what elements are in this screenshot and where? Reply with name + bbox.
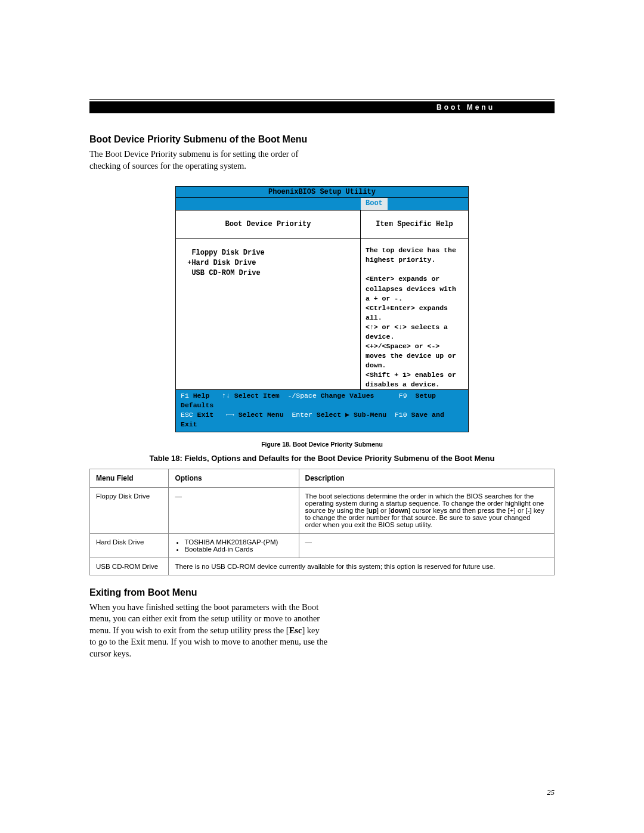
cell-options: — xyxy=(169,487,299,533)
bios-device-list: Floppy Disk Drive +Hard Disk Drive USB C… xyxy=(176,239,360,389)
th-options: Options xyxy=(169,469,299,487)
cell-description: — xyxy=(299,533,554,558)
bios-tabbar: Boot xyxy=(176,198,468,210)
table-row: USB CD-ROM DriveThere is no USB CD-ROM d… xyxy=(90,558,555,575)
header-bar-label: Boot Menu xyxy=(436,103,495,112)
bios-title: PhoenixBIOS Setup Utility xyxy=(176,187,468,198)
section-paragraph: The Boot Device Priority submenu is for … xyxy=(89,148,328,172)
table-row: Floppy Disk Drive—The boot selections de… xyxy=(90,487,555,533)
figure-caption: Figure 18. Boot Device Priority Submenu xyxy=(89,441,555,448)
cell-field: USB CD-ROM Drive xyxy=(90,558,169,575)
bios-footer-row1: F1 Help ↑↓ Select Item -/Space Change Va… xyxy=(181,391,465,410)
header-divider xyxy=(89,99,555,100)
th-desc: Description xyxy=(299,469,554,487)
options-table: Menu Field Options Description Floppy Di… xyxy=(89,469,555,575)
bios-screenshot: PhoenixBIOS Setup Utility Boot Boot Devi… xyxy=(175,186,469,432)
cell-description: There is no USB CD-ROM device currently … xyxy=(169,558,555,575)
table-row: Hard Disk DriveTOSHIBA MHK2018GAP-(PM)Bo… xyxy=(90,533,555,558)
bios-right-pane: Item Specific Help The top device has th… xyxy=(361,210,468,389)
bios-body: Boot Device Priority Floppy Disk Drive +… xyxy=(176,210,468,390)
cell-options: TOSHIBA MHK2018GAP-(PM)Bootable Add-in C… xyxy=(169,533,299,558)
page-number: 25 xyxy=(547,788,555,797)
bios-left-title: Boot Device Priority xyxy=(176,210,360,239)
bios-left-pane: Boot Device Priority Floppy Disk Drive +… xyxy=(176,210,361,389)
section2-paragraph: When you have finished setting the boot … xyxy=(89,602,328,660)
header-bar: Boot Menu xyxy=(89,101,555,113)
bios-active-tab: Boot xyxy=(361,198,388,210)
th-field: Menu Field xyxy=(90,469,169,487)
table-caption: Table 18: Fields, Options and Defaults f… xyxy=(89,454,555,463)
bios-footer: F1 Help ↑↓ Select Item -/Space Change Va… xyxy=(176,390,468,431)
cell-field: Floppy Disk Drive xyxy=(90,487,169,533)
bios-right-title: Item Specific Help xyxy=(361,210,468,239)
section-heading: Boot Device Priority Submenu of the Boot… xyxy=(89,134,555,145)
bios-footer-row2: ESC Exit ←→ Select Menu Enter Select ▶ S… xyxy=(181,410,465,429)
cell-description: The boot selections determine the order … xyxy=(299,487,554,533)
cell-field: Hard Disk Drive xyxy=(90,533,169,558)
section2-heading: Exiting from Boot Menu xyxy=(89,587,555,598)
bios-help-text: The top device has the highest priority.… xyxy=(361,239,468,397)
